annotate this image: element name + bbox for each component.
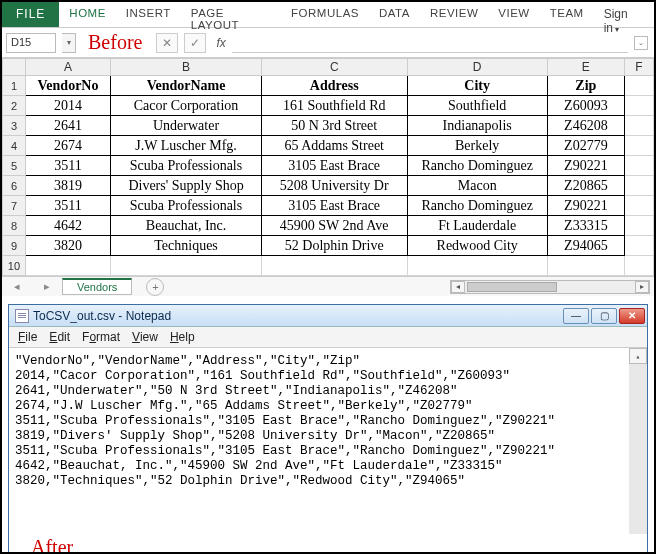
col-header-A[interactable]: A — [25, 59, 110, 76]
row-header[interactable]: 2 — [3, 96, 26, 116]
row-header[interactable]: 8 — [3, 216, 26, 236]
cell[interactable]: Cacor Corporation — [111, 96, 262, 116]
cell[interactable]: 52 Dolphin Drive — [261, 236, 407, 256]
vertical-scrollbar[interactable]: ▴ — [629, 348, 647, 534]
cell[interactable] — [624, 156, 653, 176]
sheet-tab-vendors[interactable]: Vendors — [62, 278, 132, 295]
cell[interactable] — [624, 116, 653, 136]
cell[interactable]: Macon — [407, 176, 547, 196]
cell[interactable]: 45900 SW 2nd Ave — [261, 216, 407, 236]
cell[interactable]: Z02779 — [547, 136, 624, 156]
cell[interactable] — [624, 216, 653, 236]
row-header[interactable]: 6 — [3, 176, 26, 196]
cell[interactable]: Rancho Dominguez — [407, 196, 547, 216]
cell[interactable]: 2014 — [25, 96, 110, 116]
cell[interactable] — [624, 236, 653, 256]
row-header[interactable]: 1 — [3, 76, 26, 96]
cell[interactable]: Underwater — [111, 116, 262, 136]
cell[interactable]: 3820 — [25, 236, 110, 256]
name-box-dropdown[interactable]: ▾ — [62, 33, 76, 53]
cell[interactable] — [407, 256, 547, 276]
cell[interactable] — [624, 136, 653, 156]
cell[interactable]: Z94065 — [547, 236, 624, 256]
cell[interactable]: 5208 University Dr — [261, 176, 407, 196]
notepad-text-area[interactable]: "VendorNo","VendorName","Address","City"… — [9, 348, 647, 534]
scroll-up-icon[interactable]: ▴ — [629, 348, 647, 364]
cell[interactable]: Ft Lauderdale — [407, 216, 547, 236]
cell[interactable]: 3511 — [25, 196, 110, 216]
col-header-B[interactable]: B — [111, 59, 262, 76]
sheet-next-icon[interactable]: ▸ — [44, 280, 50, 293]
notepad-titlebar[interactable]: ToCSV_out.csv - Notepad — ▢ ✕ — [9, 305, 647, 327]
cell[interactable]: Indianapolis — [407, 116, 547, 136]
cell[interactable]: Southfield — [407, 96, 547, 116]
ribbon-tab-formulas[interactable]: FORMULAS — [281, 2, 369, 27]
col-header-C[interactable]: C — [261, 59, 407, 76]
cell[interactable]: Z20865 — [547, 176, 624, 196]
col-header-F[interactable]: F — [624, 59, 653, 76]
cell[interactable]: 2674 — [25, 136, 110, 156]
menu-format[interactable]: Format — [77, 329, 125, 345]
col-header-E[interactable]: E — [547, 59, 624, 76]
scroll-right-icon[interactable]: ▸ — [635, 281, 649, 293]
cell[interactable]: J.W Luscher Mfg. — [111, 136, 262, 156]
row-header[interactable]: 7 — [3, 196, 26, 216]
cell[interactable]: Z90221 — [547, 196, 624, 216]
file-tab[interactable]: FILE — [2, 2, 59, 27]
cell[interactable] — [25, 256, 110, 276]
cell[interactable] — [261, 256, 407, 276]
cell[interactable]: Z60093 — [547, 96, 624, 116]
close-button[interactable]: ✕ — [619, 308, 645, 324]
maximize-button[interactable]: ▢ — [591, 308, 617, 324]
menu-file[interactable]: File — [13, 329, 42, 345]
fx-label[interactable]: fx — [216, 36, 225, 50]
scroll-thumb[interactable] — [467, 282, 557, 292]
cell[interactable]: Z90221 — [547, 156, 624, 176]
cell[interactable]: 3105 East Brace — [261, 156, 407, 176]
row-header[interactable]: 4 — [3, 136, 26, 156]
cell[interactable]: 3105 East Brace — [261, 196, 407, 216]
menu-edit[interactable]: Edit — [44, 329, 75, 345]
minimize-button[interactable]: — — [563, 308, 589, 324]
formula-accept-button[interactable]: ✓ — [184, 33, 206, 53]
menu-help[interactable]: Help — [165, 329, 200, 345]
cell[interactable]: Z46208 — [547, 116, 624, 136]
ribbon-tab-home[interactable]: HOME — [59, 2, 116, 27]
cell[interactable]: City — [407, 76, 547, 96]
sheet-nav[interactable]: ◂▸ — [2, 280, 62, 293]
cell[interactable]: 2641 — [25, 116, 110, 136]
ribbon-tab-pagelayout[interactable]: PAGE LAYOUT — [181, 2, 281, 27]
cell[interactable] — [624, 176, 653, 196]
ribbon-tab-data[interactable]: DATA — [369, 2, 420, 27]
cell[interactable] — [624, 196, 653, 216]
cell[interactable]: 4642 — [25, 216, 110, 236]
row-header[interactable]: 5 — [3, 156, 26, 176]
row-header[interactable]: 9 — [3, 236, 26, 256]
cell[interactable]: Rancho Dominguez — [407, 156, 547, 176]
cell[interactable]: 65 Addams Street — [261, 136, 407, 156]
menu-view[interactable]: View — [127, 329, 163, 345]
cell[interactable]: Redwood City — [407, 236, 547, 256]
ribbon-tab-view[interactable]: VIEW — [488, 2, 539, 27]
cell[interactable]: Z33315 — [547, 216, 624, 236]
name-box[interactable]: D15 — [6, 33, 56, 53]
formula-bar-expand[interactable]: ⌄ — [634, 36, 648, 50]
cell[interactable] — [547, 256, 624, 276]
ribbon-tab-team[interactable]: TEAM — [540, 2, 594, 27]
scroll-left-icon[interactable]: ◂ — [451, 281, 465, 293]
horizontal-scrollbar[interactable]: ◂ ▸ — [450, 280, 650, 294]
ribbon-tab-review[interactable]: REVIEW — [420, 2, 488, 27]
col-header-D[interactable]: D — [407, 59, 547, 76]
cell[interactable]: Address — [261, 76, 407, 96]
cell[interactable]: VendorNo — [25, 76, 110, 96]
cell[interactable] — [111, 256, 262, 276]
cell[interactable]: 50 N 3rd Street — [261, 116, 407, 136]
cell[interactable]: 3819 — [25, 176, 110, 196]
row-header[interactable]: 3 — [3, 116, 26, 136]
cell[interactable] — [624, 256, 653, 276]
cell[interactable] — [624, 76, 653, 96]
cell[interactable]: Beauchat, Inc. — [111, 216, 262, 236]
cell[interactable]: Techniques — [111, 236, 262, 256]
formula-cancel-button[interactable]: ✕ — [156, 33, 178, 53]
cell[interactable]: Divers' Supply Shop — [111, 176, 262, 196]
